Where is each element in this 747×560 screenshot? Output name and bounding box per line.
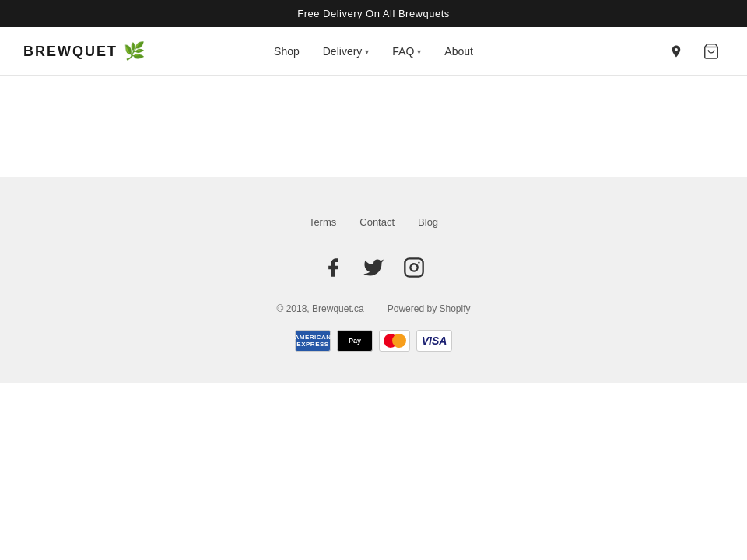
site-footer: Terms Contact Blog © 2 — [0, 177, 747, 383]
nav-about-label: About — [444, 45, 473, 58]
delivery-chevron-icon: ▾ — [365, 47, 369, 56]
applepay-icon: Pay — [337, 330, 373, 352]
footer-nav-blog[interactable]: Blog — [418, 216, 438, 228]
nav-item-shop[interactable]: Shop — [274, 45, 300, 58]
site-logo[interactable]: BREWQUET 🌿 — [23, 41, 145, 61]
twitter-link[interactable] — [361, 255, 386, 280]
social-icons — [16, 255, 731, 280]
payment-icons: AMERICAN EXPRESS Pay VISA — [16, 330, 731, 352]
nav-shop-label: Shop — [274, 45, 300, 58]
facebook-icon — [322, 257, 344, 278]
nav-item-faq[interactable]: FAQ ▾ — [392, 45, 421, 58]
announcement-bar: Free Delivery On All Brewquets — [0, 0, 747, 27]
mastercard-icon — [379, 330, 410, 352]
visa-icon: VISA — [416, 330, 452, 352]
copyright-text: © 2018, Brewquet.ca — [277, 303, 364, 314]
location-button[interactable] — [665, 40, 687, 62]
logo-icon: 🌿 — [124, 41, 145, 61]
main-content — [0, 76, 747, 177]
logo-text: BREWQUET — [23, 44, 117, 60]
faq-chevron-icon: ▾ — [417, 47, 421, 56]
shopping-bag-icon — [703, 43, 720, 60]
main-nav: Shop Delivery ▾ FAQ ▾ About — [274, 45, 473, 58]
facebook-link[interactable] — [321, 255, 345, 280]
nav-faq-label: FAQ — [392, 45, 414, 58]
amex-icon: AMERICAN EXPRESS — [295, 330, 331, 352]
nav-item-delivery[interactable]: Delivery ▾ — [323, 45, 370, 58]
svg-rect-1 — [405, 258, 423, 276]
footer-nav-terms[interactable]: Terms — [309, 216, 336, 228]
instagram-link[interactable] — [402, 255, 426, 280]
copyright-divider — [372, 303, 380, 314]
footer-copyright: © 2018, Brewquet.ca Powered by Shopify — [16, 303, 731, 314]
footer-nav: Terms Contact Blog — [16, 216, 731, 228]
site-header: BREWQUET 🌿 Shop Delivery ▾ FAQ ▾ About — [0, 27, 747, 76]
instagram-icon — [403, 257, 425, 278]
header-icons — [665, 39, 724, 64]
twitter-icon — [363, 257, 384, 278]
announcement-text: Free Delivery On All Brewquets — [297, 8, 450, 19]
location-pin-icon — [669, 44, 683, 58]
nav-item-about[interactable]: About — [444, 45, 473, 58]
powered-by: Powered by Shopify — [388, 303, 471, 314]
footer-nav-contact[interactable]: Contact — [359, 216, 395, 228]
cart-button[interactable] — [699, 39, 724, 64]
nav-delivery-label: Delivery — [323, 45, 363, 58]
